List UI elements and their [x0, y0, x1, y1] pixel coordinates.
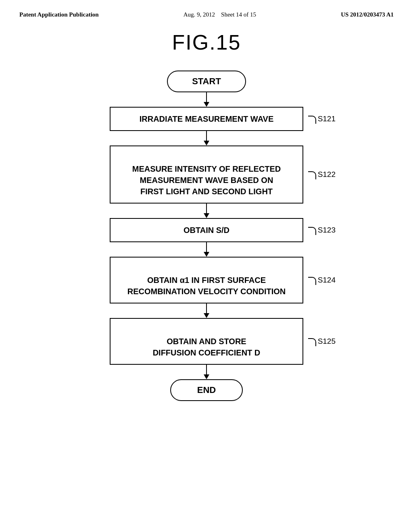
- step-s122-wrapper: MEASURE INTENSITY OF REFLECTED MEASUREME…: [77, 145, 336, 204]
- figure-title: FIG.15: [172, 30, 241, 54]
- sheet-info: Sheet 14 of 15: [221, 11, 256, 18]
- step-s121-wrapper: IRRADIATE MEASUREMENT WAVE S121: [77, 107, 336, 131]
- arrow-6: [204, 365, 209, 379]
- step-s122-number: S122: [318, 170, 336, 179]
- step-s124-number: S124: [318, 276, 336, 285]
- publication-label: Patent Application Publication: [19, 11, 99, 18]
- arrow-line-3: [206, 204, 207, 213]
- start-wrapper: START: [77, 71, 336, 92]
- step-s123-number: S123: [318, 226, 336, 235]
- step-s125-number: S125: [318, 337, 336, 346]
- arrow-head-4: [204, 252, 209, 257]
- step-s124-wrapper: OBTAIN α1 IN FIRST SURFACE RECOMBINATION…: [77, 257, 336, 303]
- step-s122-label: S122: [308, 170, 336, 179]
- step-s121-text: IRRADIATE MEASUREMENT WAVE: [140, 114, 274, 123]
- step-s125-box: OBTAIN AND STORE DIFFUSION COEFFICIENT D: [110, 318, 303, 365]
- step-s124-text: OBTAIN α1 IN FIRST SURFACE RECOMBINATION…: [127, 276, 286, 296]
- header-center: Aug. 9, 2012 Sheet 14 of 15: [184, 11, 256, 18]
- step-s124-label: S124: [308, 276, 336, 285]
- step-s125-text: OBTAIN AND STORE DIFFUSION COEFFICIENT D: [153, 337, 261, 357]
- arrow-line-2: [206, 131, 207, 141]
- arrow-head-6: [204, 374, 209, 379]
- main-content: FIG.15 START IRRADIATE MEASUREMENT WAVE …: [0, 18, 413, 401]
- arrow-head-1: [204, 102, 209, 107]
- step-s122-box: MEASURE INTENSITY OF REFLECTED MEASUREME…: [110, 145, 303, 204]
- patent-number: US 2012/0203473 A1: [341, 11, 394, 18]
- arrow-2: [204, 131, 209, 145]
- end-wrapper: END: [77, 379, 336, 401]
- step-s121-box: IRRADIATE MEASUREMENT WAVE: [110, 107, 303, 131]
- arrow-head-3: [204, 213, 209, 218]
- step-s121-label: S121: [308, 114, 336, 123]
- arrow-line-1: [206, 92, 207, 102]
- arrow-head-2: [204, 141, 209, 145]
- step-s125-label: S125: [308, 337, 336, 346]
- step-s123-wrapper: OBTAIN S/D S123: [77, 218, 336, 242]
- page-header: Patent Application Publication Aug. 9, 2…: [0, 0, 413, 18]
- step-s123-label: S123: [308, 226, 336, 235]
- start-terminal: START: [167, 71, 246, 92]
- arrow-line-5: [206, 303, 207, 313]
- arrow-head-5: [204, 313, 209, 318]
- step-s124-box: OBTAIN α1 IN FIRST SURFACE RECOMBINATION…: [110, 257, 303, 303]
- arrow-4: [204, 242, 209, 257]
- arrow-3: [204, 204, 209, 218]
- flowchart: START IRRADIATE MEASUREMENT WAVE S121 ME…: [77, 71, 336, 401]
- arrow-5: [204, 303, 209, 318]
- step-s121-number: S121: [318, 114, 336, 123]
- step-s123-text: OBTAIN S/D: [184, 226, 229, 235]
- publication-date: Aug. 9, 2012: [184, 11, 215, 18]
- step-s122-text: MEASURE INTENSITY OF REFLECTED MEASUREME…: [132, 164, 281, 196]
- arrow-1: [204, 92, 209, 107]
- step-s123-box: OBTAIN S/D: [110, 218, 303, 242]
- arrow-line-4: [206, 242, 207, 252]
- step-s125-wrapper: OBTAIN AND STORE DIFFUSION COEFFICIENT D…: [77, 318, 336, 365]
- arrow-line-6: [206, 365, 207, 374]
- end-terminal: END: [170, 379, 243, 401]
